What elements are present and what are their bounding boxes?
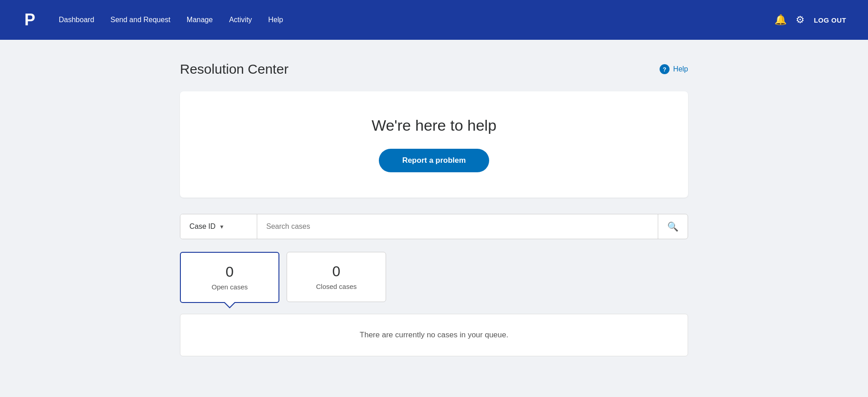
help-link[interactable]: ? Help [660, 64, 688, 74]
case-tabs: 0 Open cases 0 Closed cases [180, 252, 688, 303]
page-title: Resolution Center [180, 61, 288, 77]
page-header: Resolution Center ? Help [180, 61, 688, 77]
paypal-logo[interactable]: P [22, 10, 41, 29]
closed-cases-label: Closed cases [316, 283, 357, 290]
search-dropdown[interactable]: Case ID ▾ [180, 214, 257, 239]
empty-state-card: There are currently no cases in your que… [180, 314, 688, 356]
svg-text:P: P [24, 10, 35, 29]
search-button[interactable]: 🔍 [658, 214, 688, 239]
nav-help[interactable]: Help [268, 16, 283, 24]
search-bar: Case ID ▾ 🔍 [180, 214, 688, 239]
closed-cases-count: 0 [305, 263, 368, 280]
nav-manage[interactable]: Manage [187, 16, 213, 24]
nav-links: Dashboard Send and Request Manage Activi… [59, 16, 774, 24]
navbar: P Dashboard Send and Request Manage Acti… [0, 0, 868, 40]
open-cases-label: Open cases [212, 283, 248, 291]
hero-card: We're here to help Report a problem [180, 91, 688, 198]
help-link-label: Help [673, 65, 688, 73]
search-dropdown-label: Case ID [189, 222, 216, 231]
nav-send-request[interactable]: Send and Request [110, 16, 170, 24]
help-circle-icon: ? [660, 64, 670, 74]
tab-open-cases[interactable]: 0 Open cases [180, 252, 279, 303]
hero-title: We're here to help [198, 117, 670, 134]
tab-closed-cases[interactable]: 0 Closed cases [287, 252, 386, 302]
navbar-right: 🔔 ⚙ LOG OUT [774, 14, 846, 26]
search-icon: 🔍 [667, 221, 679, 232]
settings-icon[interactable]: ⚙ [796, 14, 805, 26]
main-content: Resolution Center ? Help We're here to h… [158, 40, 710, 374]
logout-button[interactable]: LOG OUT [814, 16, 846, 24]
notification-icon[interactable]: 🔔 [774, 14, 787, 26]
report-problem-button[interactable]: Report a problem [379, 149, 490, 172]
nav-dashboard[interactable]: Dashboard [59, 16, 94, 24]
empty-state-message: There are currently no cases in your que… [360, 331, 509, 339]
search-input-wrapper [257, 214, 658, 239]
nav-activity[interactable]: Activity [229, 16, 252, 24]
search-input[interactable] [266, 222, 649, 231]
chevron-down-icon: ▾ [220, 223, 223, 230]
open-cases-count: 0 [199, 264, 260, 280]
